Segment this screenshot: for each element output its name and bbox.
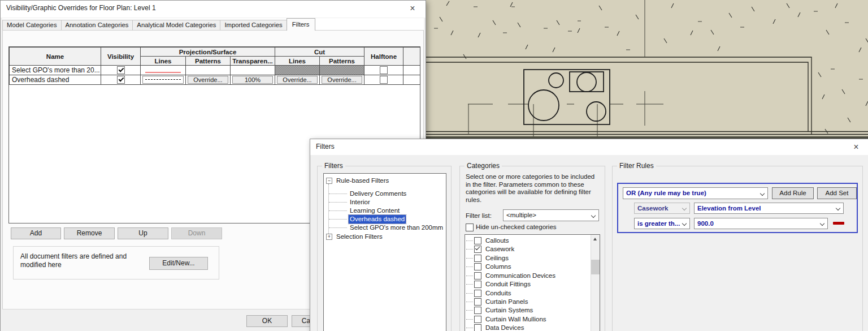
close-icon[interactable]: × bbox=[404, 2, 421, 15]
tree-item-label-selected: Overheads dashed bbox=[349, 215, 406, 223]
override-button[interactable]: Override... bbox=[188, 76, 228, 84]
category-row-curtain-panels[interactable]: Curtain Panels bbox=[465, 298, 600, 306]
rule-parameter-dropdown[interactable]: Elevation from Level bbox=[694, 203, 844, 214]
projection-lines-override-cell[interactable] bbox=[141, 75, 186, 85]
add-rule-button[interactable]: Add Rule bbox=[772, 187, 814, 199]
category-checkbox[interactable] bbox=[474, 272, 481, 280]
category-row-callouts[interactable]: Callouts bbox=[465, 237, 600, 245]
edit-new-button[interactable]: Edit/New... bbox=[149, 257, 208, 270]
scroll-up-button[interactable] bbox=[591, 235, 600, 243]
projection-patterns-cell[interactable]: Override... bbox=[186, 75, 231, 85]
category-checkbox[interactable] bbox=[474, 263, 481, 270]
tree-connector bbox=[329, 202, 347, 203]
visibility-checkbox[interactable] bbox=[117, 66, 125, 74]
chevron-down-icon bbox=[836, 206, 840, 210]
category-row-conduits[interactable]: Conduits bbox=[465, 289, 600, 298]
dashed-line-override-button[interactable] bbox=[142, 76, 184, 84]
tab-annotation-categories[interactable]: Annotation Categories bbox=[61, 20, 133, 31]
cut-lines-cell[interactable]: Override... bbox=[275, 75, 320, 85]
projection-lines-override-cell[interactable] bbox=[141, 66, 186, 75]
check-icon bbox=[118, 76, 124, 82]
hide-unchecked-checkbox[interactable] bbox=[466, 223, 474, 231]
ok-button[interactable]: OK bbox=[246, 315, 288, 327]
category-checkbox[interactable] bbox=[474, 316, 481, 323]
col-header-ps-lines[interactable]: Lines bbox=[141, 57, 186, 66]
cut-patterns-cell[interactable]: Override... bbox=[320, 75, 364, 85]
col-header-visibility[interactable]: Visibility bbox=[101, 48, 141, 66]
rule-operator-dropdown[interactable]: is greater th... bbox=[634, 218, 690, 229]
rule-value-dropdown[interactable]: 900.0 bbox=[694, 218, 828, 229]
col-header-cut[interactable]: Cut bbox=[275, 48, 364, 57]
category-checkbox[interactable] bbox=[474, 324, 481, 331]
category-list-scrollbar[interactable] bbox=[591, 235, 600, 331]
filters-tree[interactable]: − Rule-based Filters Delivery Comments I… bbox=[323, 173, 446, 331]
remove-button[interactable]: Remove bbox=[64, 227, 115, 239]
halftone-checkbox[interactable] bbox=[380, 66, 388, 74]
check-icon bbox=[118, 67, 124, 72]
tree-connector bbox=[466, 258, 473, 259]
category-row-conduit-fittings[interactable]: Conduit Fittings bbox=[465, 280, 600, 289]
filter-list-dropdown[interactable]: <multiple> bbox=[503, 209, 599, 221]
remove-rule-button[interactable] bbox=[833, 222, 844, 225]
tree-connector bbox=[329, 194, 347, 194]
projection-patterns-cell[interactable] bbox=[186, 66, 231, 75]
transparency-button[interactable]: 100% bbox=[232, 76, 273, 84]
col-header-cut-lines[interactable]: Lines bbox=[275, 57, 320, 66]
tab-filters[interactable]: Filters bbox=[287, 18, 315, 31]
filter-name-cell[interactable]: Select GPO's more than 20... bbox=[10, 66, 101, 75]
chevron-down-icon bbox=[682, 221, 687, 226]
override-button[interactable]: Override... bbox=[322, 76, 362, 84]
category-checkbox[interactable] bbox=[474, 307, 481, 314]
logic-dropdown[interactable]: OR (Any rule may be true) bbox=[623, 187, 768, 199]
col-header-ps-patterns[interactable]: Patterns bbox=[186, 57, 231, 66]
tab-imported-categories[interactable]: Imported Categories bbox=[220, 20, 287, 31]
col-header-cut-patterns[interactable]: Patterns bbox=[320, 57, 364, 66]
col-header-projection-surface[interactable]: Projection/Surface bbox=[141, 48, 275, 57]
category-row-curtain-systems[interactable]: Curtain Systems bbox=[465, 306, 600, 315]
category-checkbox[interactable] bbox=[474, 255, 481, 262]
halftone-checkbox-cell[interactable] bbox=[364, 66, 403, 75]
tab-model-categories[interactable]: Model Categories bbox=[2, 20, 62, 31]
halftone-checkbox[interactable] bbox=[380, 76, 388, 84]
category-checkbox[interactable] bbox=[474, 290, 481, 297]
transparency-cell[interactable]: 100% bbox=[231, 75, 275, 85]
add-button[interactable]: Add bbox=[11, 227, 61, 239]
visibility-checkbox[interactable] bbox=[117, 76, 125, 84]
filter-list-value: <multiple> bbox=[506, 212, 536, 218]
col-header-name[interactable]: Name bbox=[10, 48, 101, 66]
up-button[interactable]: Up bbox=[118, 227, 168, 239]
col-header-ps-transparency[interactable]: Transparen... bbox=[231, 57, 275, 66]
category-label: Communication Devices bbox=[485, 272, 555, 280]
category-checkbox-checked[interactable] bbox=[474, 246, 481, 253]
category-row-curtain-wall-mullions[interactable]: Curtain Wall Mullions bbox=[465, 315, 600, 324]
category-row-casework[interactable]: Casework bbox=[465, 245, 600, 253]
tree-connector bbox=[329, 210, 347, 211]
add-set-button[interactable]: Add Set bbox=[817, 187, 857, 199]
category-row-columns[interactable]: Columns bbox=[465, 263, 600, 271]
category-row-data-devices[interactable]: Data Devices bbox=[465, 324, 600, 331]
tree-connector bbox=[328, 184, 329, 234]
tree-connector bbox=[466, 240, 473, 241]
filter-name-cell[interactable]: Overheads dashed bbox=[10, 75, 101, 85]
category-checkbox[interactable] bbox=[474, 281, 481, 288]
close-icon[interactable]: × bbox=[848, 140, 865, 154]
tree-connector bbox=[329, 227, 347, 228]
scrollbar-thumb[interactable] bbox=[591, 260, 600, 274]
transparency-cell[interactable] bbox=[231, 66, 275, 75]
category-row-ceilings[interactable]: Ceilings bbox=[465, 254, 600, 263]
visibility-checkbox-cell[interactable] bbox=[101, 66, 141, 75]
chevron-down-icon bbox=[591, 213, 596, 218]
visibility-checkbox-cell[interactable] bbox=[101, 75, 141, 85]
document-filters-note-box: All document filters are defined and mod… bbox=[13, 246, 219, 280]
category-row-communication-devices[interactable]: Communication Devices bbox=[465, 272, 600, 280]
expand-icon[interactable]: + bbox=[326, 234, 332, 240]
halftone-checkbox-cell[interactable] bbox=[364, 75, 403, 85]
override-button[interactable]: Override... bbox=[277, 76, 318, 84]
category-checkbox[interactable] bbox=[474, 298, 481, 306]
category-list[interactable]: Callouts Casework Ceilings Columns Commu… bbox=[465, 234, 600, 331]
tab-analytical-model-categories[interactable]: Analytical Model Categories bbox=[132, 20, 220, 31]
category-checkbox[interactable] bbox=[474, 237, 481, 244]
collapse-icon[interactable]: − bbox=[326, 178, 332, 184]
col-header-halftone[interactable]: Halftone bbox=[364, 48, 403, 66]
rule-operator-value: is greater th... bbox=[637, 220, 680, 227]
